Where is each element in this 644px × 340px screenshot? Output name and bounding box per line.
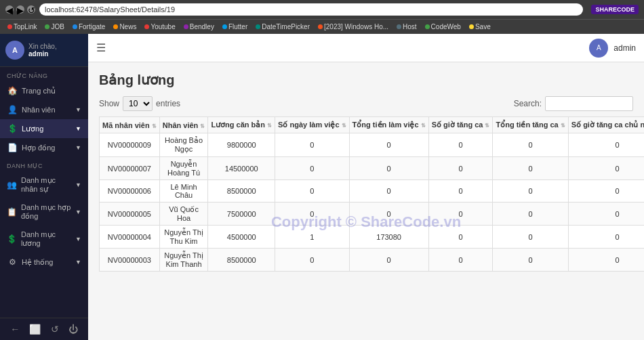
footer-refresh-icon[interactable]: ↺	[51, 324, 59, 335]
bookmark-item[interactable]: TopLink	[4, 22, 40, 32]
sidebar-username: admin	[28, 50, 57, 58]
sort-icon: ⇅	[267, 123, 272, 129]
sort-icon: ⇅	[152, 123, 157, 129]
bookmark-dot	[425, 24, 430, 29]
sort-icon: ⇅	[342, 123, 346, 129]
table-cell: 0	[493, 226, 568, 249]
address-bar[interactable]: localhost:62478/SalarySheet/Details/19	[39, 3, 583, 16]
app-container: A Xin chào, admin CHỨC NĂNG 🏠 Trang chủ …	[0, 34, 644, 340]
bookmark-label: DateTimePicker	[262, 23, 310, 30]
refresh-button[interactable]: ↺	[27, 5, 35, 14]
sidebar-item-label: Trang chủ	[22, 87, 56, 95]
col-tienlamviec: Tổng tiền làm việc ⇅	[349, 117, 428, 133]
table-cell: 14500000	[208, 157, 275, 180]
bookmark-dot	[144, 24, 149, 29]
avatar: A	[5, 41, 24, 60]
bookmark-item[interactable]: Youtube	[141, 22, 178, 32]
dollar-icon: 💲	[7, 234, 17, 244]
sidebar-item-hopdong[interactable]: 📄 Hợp đồng ▼	[0, 138, 88, 157]
footer-back-icon[interactable]: ←	[10, 324, 20, 335]
top-bar: ☰ A admin	[88, 34, 644, 62]
bookmark-item[interactable]: CodeWeb	[422, 22, 464, 32]
table-cell: 0	[275, 180, 349, 203]
bookmark-item[interactable]: DateTimePicker	[252, 22, 313, 32]
sidebar-item-label: Lương	[22, 125, 43, 133]
table-row: NV00000006Lê Minh Châu850000000000000850…	[100, 180, 645, 203]
sidebar-item-luong[interactable]: 💲 Lương ▼	[0, 119, 88, 138]
bookmark-dot	[184, 24, 188, 29]
hamburger-icon[interactable]: ☰	[96, 41, 106, 54]
table-cell: 0	[275, 249, 349, 272]
sidebar-item-dmluong[interactable]: 💲 Danh mục lương ▼	[0, 226, 88, 253]
contract-list-icon: 📋	[7, 207, 17, 217]
sidebar-item-dmhopdong[interactable]: 📋 Danh mục hợp đồng ▼	[0, 198, 88, 226]
table-row: NV00000003Nguyễn Thị Kim Thanh8500000000…	[100, 249, 645, 272]
bookmark-label: Youtube	[150, 23, 175, 30]
content-wrapper: Bảng lương Show 10 25 50 entries Search:	[99, 72, 633, 272]
bookmark-item[interactable]: Bendley	[180, 22, 218, 32]
home-icon: 🏠	[7, 86, 18, 95]
sidebar: A Xin chào, admin CHỨC NĂNG 🏠 Trang chủ …	[0, 34, 88, 340]
sidebar-item-trangchu[interactable]: 🏠 Trang chủ	[0, 81, 88, 100]
bookmark-dot	[222, 24, 227, 29]
table-cell: 0	[428, 203, 493, 226]
bookmark-item[interactable]: Host	[393, 22, 420, 32]
sidebar-item-dmnhansu[interactable]: 👥 Danh mục nhân sự ▼	[0, 171, 88, 198]
back-button[interactable]: ◀	[5, 5, 14, 14]
table-cell: 0	[568, 133, 644, 157]
sort-icon: ⇅	[421, 123, 426, 129]
browser-controls: ◀ ▶ ↺	[5, 5, 35, 14]
chevron-icon: ▼	[75, 236, 81, 242]
bookmark-item[interactable]: Flutter	[219, 22, 251, 32]
sidebar-item-hethong[interactable]: ⚙ Hệ thống ▼	[0, 253, 88, 272]
table-cell: 8500000	[208, 249, 275, 272]
forward-button[interactable]: ▶	[16, 5, 24, 14]
table-row: NV00000005Vũ Quốc Hoa7500000000000075000…	[100, 203, 645, 226]
table-cell: 0	[493, 133, 568, 157]
table-cell: 0	[428, 133, 493, 157]
content-area: Bảng lương Show 10 25 50 entries Search:	[88, 62, 644, 340]
user-icon: 👤	[7, 105, 18, 114]
page-title: Bảng lương	[99, 72, 633, 88]
bookmarks-bar: TopLinkJOBFortigateNewsYoutubeBendleyFlu…	[0, 19, 644, 34]
table-cell: Nguyễn Thị Kim Thanh	[159, 249, 208, 272]
table-cell: NV00000006	[100, 180, 160, 203]
people-icon: 👥	[7, 180, 17, 190]
bookmark-item[interactable]: News	[110, 22, 140, 32]
sidebar-item-label: Danh mục hợp đồng	[21, 203, 71, 221]
sidebar-item-nhanvien[interactable]: 👤 Nhân viên ▼	[0, 100, 88, 119]
table-cell: 0	[568, 249, 644, 272]
table-cell: NV00000007	[100, 157, 160, 180]
settings-icon: ⚙	[7, 257, 18, 267]
sidebar-item-label: Nhân viên	[22, 106, 56, 114]
sidebar-item-label: Danh mục lương	[21, 230, 71, 248]
entries-select[interactable]: 10 25 50	[123, 96, 153, 111]
table-cell: 7500000	[208, 203, 275, 226]
table-cell: 0	[275, 203, 349, 226]
col-ma: Mã nhân viên ⇅	[100, 117, 160, 133]
chevron-icon: ▼	[75, 182, 81, 188]
col-giocn: Số giờ tăng ca chủ nhật ⇅	[568, 117, 644, 133]
footer-fullscreen-icon[interactable]: ⬜	[29, 324, 41, 335]
bookmark-item[interactable]: JOB	[41, 22, 67, 32]
bookmark-item[interactable]: [2023] Windows Ho...	[315, 22, 392, 32]
table-cell: NV00000009	[100, 133, 160, 157]
table-cell: 0	[568, 226, 644, 249]
bookmark-dot	[73, 24, 77, 29]
table-cell: Hoàng Bảo Ngọc	[159, 133, 208, 157]
bookmark-item[interactable]: Fortigate	[69, 22, 108, 32]
sidebar-header: A Xin chào, admin	[0, 34, 88, 67]
table-cell: 0	[568, 203, 644, 226]
search-input[interactable]	[545, 96, 633, 111]
footer-power-icon[interactable]: ⏻	[68, 324, 78, 335]
col-gioca: Số giờ tăng ca ⇅	[428, 117, 493, 133]
bookmark-item[interactable]: Save	[466, 22, 494, 32]
bookmark-label: [2023] Windows Ho...	[324, 23, 388, 30]
table-cell: NV00000005	[100, 203, 160, 226]
section-label-danhmuc: DANH MỤC	[0, 157, 88, 171]
bookmark-dot	[256, 24, 260, 29]
table-cell: Nguyễn Hoàng Tú	[159, 157, 208, 180]
bookmark-dot	[45, 24, 49, 29]
table-cell: 0	[349, 249, 428, 272]
table-cell: 1	[275, 226, 349, 249]
